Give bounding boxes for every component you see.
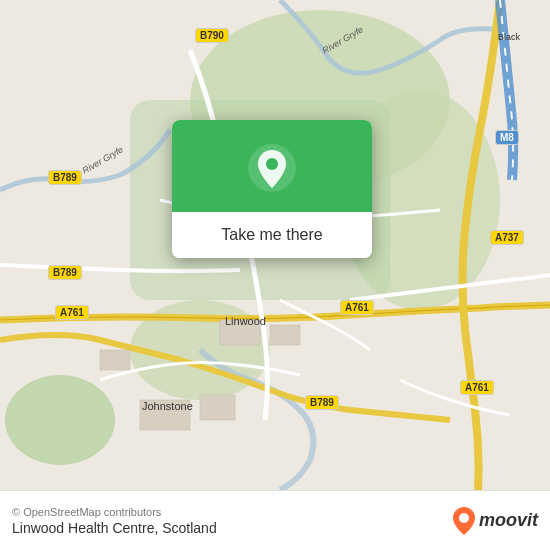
popup-card: Take me there [172,120,372,258]
map-container: B790 B789 B789 A761 A761 A761 A737 B789 … [0,0,550,490]
svg-rect-10 [100,350,130,370]
place-label-black: Black [498,32,520,42]
road-label-m8: M8 [495,130,519,145]
bottom-bar: © OpenStreetMap contributors Linwood Hea… [0,490,550,550]
road-label-b790: B790 [195,28,229,43]
moovit-brand-text: moovit [479,510,538,531]
location-pin-icon [246,142,298,194]
svg-point-13 [459,513,469,523]
svg-point-12 [266,158,278,170]
take-me-there-button[interactable]: Take me there [172,212,372,258]
moovit-logo: moovit [451,506,538,536]
road-label-b789-top: B789 [48,170,82,185]
svg-rect-7 [270,325,300,345]
road-label-a761-left: A761 [55,305,89,320]
road-label-a761-br: A761 [460,380,494,395]
moovit-pin-icon [451,506,477,536]
place-label-linwood: Linwood [225,315,266,327]
popup-header [172,120,372,212]
road-label-b789-mid: B789 [48,265,82,280]
svg-rect-9 [200,395,235,420]
road-label-a761-right: A761 [340,300,374,315]
place-label-johnstone: Johnstone [142,400,193,412]
road-label-a737: A737 [490,230,524,245]
road-label-b789-bot: B789 [305,395,339,410]
svg-point-3 [5,375,115,465]
